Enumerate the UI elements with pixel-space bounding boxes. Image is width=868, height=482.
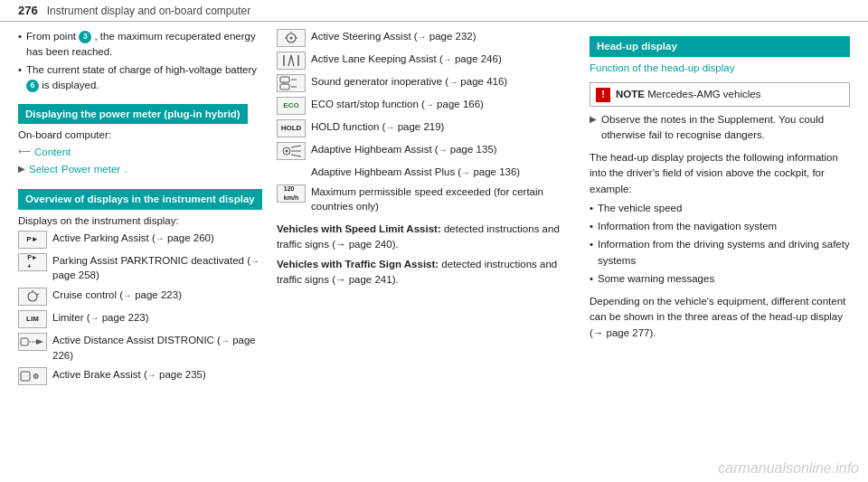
hold-icon: HOLD (277, 119, 306, 137)
bullet-warning: • Some warning messages (590, 271, 850, 287)
lane-svg (279, 53, 303, 68)
body-text-2: Depending on the vehicle's equipment, di… (590, 294, 850, 341)
parking-assist-icon: P► (18, 231, 47, 249)
display-row-eco: ECO ECO start/stop function (→ page 166) (277, 97, 575, 115)
note-icon: ! (596, 88, 610, 102)
display-row-distronic: Active Distance Assist DISTRONIC (→ page… (18, 333, 262, 363)
displays-label: Displays on the instrument display: (18, 213, 262, 229)
circle-6: 6 (26, 80, 39, 92)
page-title: Instrument display and on-board computer (47, 5, 250, 17)
function-subtitle: Function of the head-up display (590, 61, 850, 76)
traffic-sign-label: Vehicles with Traffic Sign Assist: (277, 259, 439, 269)
svg-point-9 (290, 37, 293, 40)
svg-rect-6 (21, 372, 30, 381)
sound-gen-icon (277, 74, 306, 92)
display-row-lane-keeping: Active Lane Keeping Assist (→ page 246) (277, 52, 575, 70)
hold-text: HOLD function (→ page 219) (311, 119, 444, 135)
speed-limit-label: Vehicles with Speed Limit Assist: (277, 223, 441, 234)
right-column: Head-up display Function of the head-up … (590, 29, 850, 471)
steering-svg (279, 31, 303, 45)
left-column: • From point 3 , the maximum recuperated… (18, 29, 262, 471)
note-content: NOTE Mercedes-AMG vehicles (616, 87, 760, 101)
observe-text: Observe the notes in the Supplement. You… (601, 112, 850, 144)
speed-limit-section: Vehicles with Speed Limit Assist: detect… (277, 222, 575, 251)
svg-marker-5 (36, 339, 43, 345)
display-row-sound-gen: Sound generator inoperative (→ page 416) (277, 74, 575, 92)
nav-arrow-icon: ⟵ (18, 146, 31, 159)
select-arrow-icon: ▶ (18, 163, 25, 176)
highbeam-icon (277, 142, 306, 160)
display-row-steering-assist: Active Steering Assist (→ page 232) (277, 29, 575, 47)
middle-column: Active Steering Assist (→ page 232) Acti… (277, 29, 575, 471)
highbeam-svg (279, 144, 303, 158)
cruise-svg (23, 290, 42, 303)
nav-power-meter[interactable]: ▶ Select Power meter. (18, 162, 262, 177)
parktronic-icon: P►+ (18, 253, 47, 271)
lane-keeping-icon (277, 52, 306, 70)
note-box: ! NOTE Mercedes-AMG vehicles (590, 82, 850, 107)
main-content: • From point 3 , the maximum recuperated… (0, 22, 868, 478)
circle-3: 3 (79, 31, 91, 43)
svg-point-0 (28, 292, 37, 301)
distronic-icon (18, 333, 47, 351)
sound-svg (278, 75, 304, 91)
head-up-display-header: Head-up display (590, 36, 850, 57)
observe-arrow-icon: ▶ (590, 112, 597, 144)
display-row-cruise: Cruise control (→ page 223) (18, 288, 262, 306)
lim-icon: LIM (18, 310, 47, 328)
page-number: 276 (18, 4, 38, 17)
display-row-hold: HOLD HOLD function (→ page 219) (277, 119, 575, 137)
section-power-meter: Displaying the power meter (plug-in hybr… (18, 104, 248, 125)
bullet-2: • The current state of charge of high-vo… (18, 62, 262, 92)
svg-text:⚙: ⚙ (33, 373, 39, 381)
display-row-limiter: LIM Limiter (→ page 223) (18, 310, 262, 328)
bullet-1: • From point 3 , the maximum recuperated… (18, 29, 262, 59)
highbeam-plus-text: Adaptive Highbeam Assist Plus (→ page 13… (311, 165, 575, 180)
observe-item: ▶ Observe the notes in the Supplement. Y… (590, 112, 850, 144)
watermark: carmanualsonline.info (718, 460, 859, 477)
steering-assist-icon (277, 29, 306, 47)
eco-text: ECO start/stop function (→ page 166) (311, 97, 484, 112)
display-row-parking-assist: P► Active Parking Assist (→ page 260) (18, 231, 262, 249)
bullet-navigation: • Information from the navigation system (590, 219, 850, 234)
display-row-max-speed: 120km/h Maximum permissible speed exceed… (277, 184, 575, 214)
display-row-brake-assist: ⚙ Active Brake Assist (→ page 235) (18, 367, 262, 385)
svg-rect-3 (21, 338, 28, 345)
sound-gen-text: Sound generator inoperative (→ page 416) (311, 74, 507, 90)
svg-line-2 (37, 294, 39, 295)
cruise-icon (18, 288, 47, 306)
svg-rect-15 (280, 77, 289, 82)
svg-line-24 (291, 155, 301, 156)
eco-icon: ECO (277, 97, 306, 115)
brake-assist-icon: ⚙ (18, 367, 47, 385)
distronic-svg (20, 335, 45, 349)
bullet-list: • The vehicle speed • Information from t… (590, 201, 850, 287)
nav-content[interactable]: ⟵ Content (18, 145, 262, 160)
bullet-speed: • The vehicle speed (590, 201, 850, 216)
lane-keeping-text: Active Lane Keeping Assist (→ page 246) (311, 52, 502, 67)
svg-rect-16 (280, 84, 289, 90)
section-overview: Overview of displays in the instrument d… (18, 182, 262, 213)
brake-svg: ⚙ (20, 369, 45, 383)
section-overview-header: Overview of displays in the instrument d… (18, 189, 262, 210)
body-text-1: The head-up display projects the followi… (590, 150, 850, 197)
traffic-sign-section: Vehicles with Traffic Sign Assist: detec… (277, 257, 575, 287)
display-row-highbeam: Adaptive Highbeam Assist (→ page 135) (277, 142, 575, 160)
svg-line-22 (291, 146, 301, 147)
bullet-driving-systems: • Information from the driving systems a… (590, 237, 850, 269)
display-row-parktronic: P►+ Parking Assist PARKTRONIC deactivate… (18, 253, 262, 283)
onboard-label: On-board computer: (18, 128, 262, 143)
max-speed-icon: 120km/h (277, 184, 306, 203)
page-header: 276 Instrument display and on-board comp… (0, 0, 868, 22)
svg-point-21 (286, 150, 288, 153)
